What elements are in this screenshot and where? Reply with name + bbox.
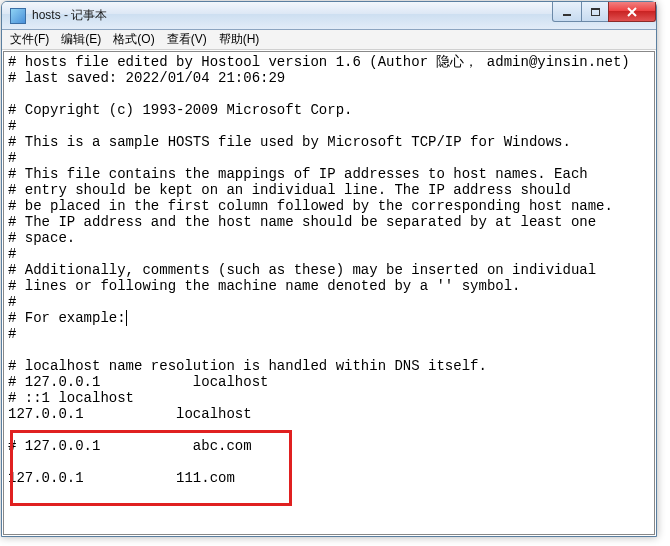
editor-line: [8, 342, 650, 358]
minimize-button[interactable]: [552, 2, 582, 22]
window-controls: [553, 2, 656, 22]
window-title: hosts - 记事本: [32, 7, 107, 24]
menubar: 文件(F) 编辑(E) 格式(O) 查看(V) 帮助(H): [2, 30, 656, 50]
editor-line: #: [8, 118, 650, 134]
maximize-icon: [591, 8, 600, 16]
editor-line: # Additionally, comments (such as these)…: [8, 262, 650, 278]
titlebar[interactable]: hosts - 记事本: [2, 2, 656, 30]
editor-line: # 127.0.0.1 abc.com: [8, 438, 650, 454]
notepad-window: hosts - 记事本 文件(F) 编辑(E) 格式(O) 查看(V) 帮助(H…: [1, 1, 657, 537]
editor-line: 127.0.0.1 111.com: [8, 470, 650, 486]
editor-line: [8, 422, 650, 438]
menu-file[interactable]: 文件(F): [4, 29, 55, 50]
editor-line: # This file contains the mappings of IP …: [8, 166, 650, 182]
menu-edit[interactable]: 编辑(E): [55, 29, 107, 50]
menu-format[interactable]: 格式(O): [107, 29, 160, 50]
editor-line: # be placed in the first column followed…: [8, 198, 650, 214]
editor-line: # ::1 localhost: [8, 390, 650, 406]
editor-line: # This is a sample HOSTS file used by Mi…: [8, 134, 650, 150]
minimize-icon: [563, 14, 571, 16]
editor-line: #: [8, 294, 650, 310]
menu-help[interactable]: 帮助(H): [213, 29, 266, 50]
notepad-icon: [10, 8, 26, 24]
close-icon: [626, 6, 638, 18]
annotation-arrow: [4, 488, 655, 535]
close-button[interactable]: [608, 2, 656, 22]
editor-line: [8, 86, 650, 102]
editor-line: # 127.0.0.1 localhost: [8, 374, 650, 390]
editor-line: # hosts file edited by Hostool version 1…: [8, 54, 650, 70]
editor-line: # entry should be kept on an individual …: [8, 182, 650, 198]
editor-line: # space.: [8, 230, 650, 246]
editor-line: #: [8, 150, 650, 166]
editor-line: # localhost name resolution is handled w…: [8, 358, 650, 374]
editor-line: # last saved: 2022/01/04 21:06:29: [8, 70, 650, 86]
menu-view[interactable]: 查看(V): [161, 29, 213, 50]
editor-line: 127.0.0.1 localhost: [8, 406, 650, 422]
editor-line: #: [8, 246, 650, 262]
maximize-button[interactable]: [581, 2, 609, 22]
editor-line: # Copyright (c) 1993-2009 Microsoft Corp…: [8, 102, 650, 118]
editor-viewport: # hosts file edited by Hostool version 1…: [3, 51, 655, 535]
text-editor[interactable]: # hosts file edited by Hostool version 1…: [4, 52, 654, 488]
editor-line: #: [8, 326, 650, 342]
editor-line: [8, 454, 650, 470]
editor-line: # For example:: [8, 310, 650, 326]
editor-line: # lines or following the machine name de…: [8, 278, 650, 294]
editor-line: # The IP address and the host name shoul…: [8, 214, 650, 230]
